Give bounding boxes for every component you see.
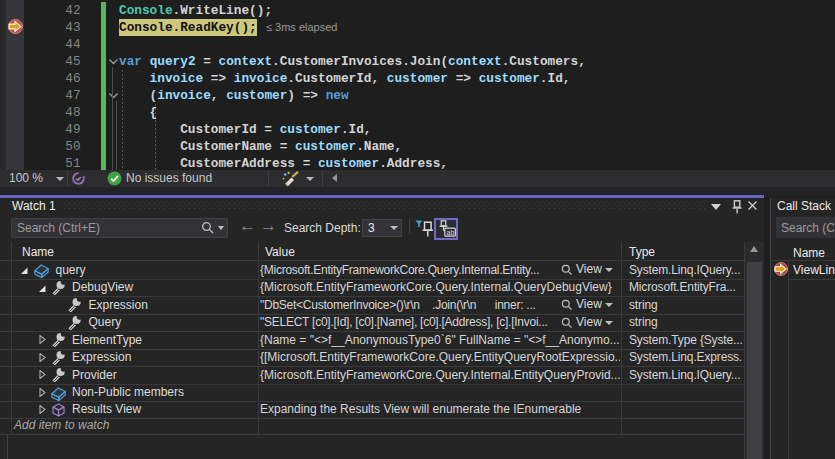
svg-text:ab: ab	[447, 229, 455, 236]
